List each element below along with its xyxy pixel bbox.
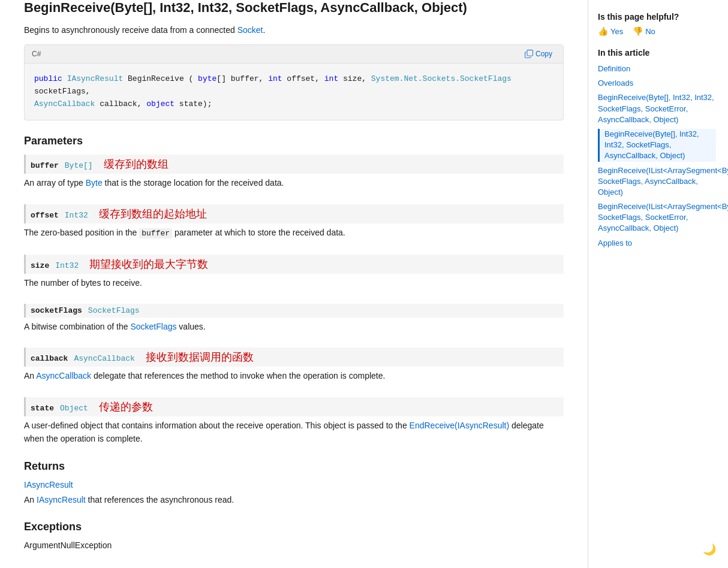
param-state: state Object 传递的参数 A user-defined object… — [24, 397, 564, 446]
param-buffer-annotation: 缓存到的数组 — [104, 157, 169, 171]
thumb-down-icon — [633, 26, 643, 36]
param-buffer: buffer Byte[] 缓存到的数组 An array of type By… — [24, 155, 564, 189]
code-language: C# — [32, 50, 41, 58]
returns-section: Returns IAsyncResult An IAsyncResult tha… — [24, 460, 564, 506]
method-name: BeginReceive — [128, 74, 188, 83]
helpful-buttons: Yes No — [598, 26, 716, 36]
param-state-type: Object — [60, 404, 88, 413]
param-state-desc: A user-defined object that contains info… — [24, 419, 564, 446]
sidebar: Is this page helpful? Yes No In this art… — [588, 0, 726, 568]
dark-mode-icon[interactable]: 🌙 — [703, 543, 716, 556]
returns-heading: Returns — [24, 460, 564, 473]
param-size-name: size — [31, 261, 49, 270]
param-offset-desc: The zero-based position in the buffer pa… — [24, 226, 564, 240]
code-block: C# Copy public IAsyncResult BeginReceive… — [24, 44, 564, 120]
toc-item-beginreceive3: BeginReceive(IList<ArraySegment<Byte>>, … — [598, 165, 716, 198]
iasyncresult-link[interactable]: IAsyncResult — [37, 495, 86, 504]
param-offset-header: offset Int32 缓存到数组的起始地址 — [24, 204, 564, 223]
main-content: BeginReceive(Byte[], Int32, Int32, Socke… — [0, 0, 588, 568]
code-body: public IAsyncResult BeginReceive ( byte[… — [25, 64, 563, 120]
asynccallback-link[interactable]: AsyncCallback — [36, 371, 91, 380]
in-article-section: In this article Definition Overloads Beg… — [598, 48, 716, 249]
param-offset-type: Int32 — [65, 211, 88, 220]
in-article-label: In this article — [598, 48, 716, 58]
toc-item-beginreceive2-active: BeginReceive(Byte[], Int32, Int32, Socke… — [598, 129, 716, 162]
param-size-header: size Int32 期望接收到的最大字节数 — [24, 255, 564, 274]
param-offset-name: offset — [31, 211, 59, 220]
helpful-label: Is this page helpful? — [598, 12, 716, 22]
param-socketflags-desc: A bitwise combination of the SocketFlags… — [24, 320, 564, 333]
param-callback-header: callback AsyncCallback 接收到数据调用的函数 — [24, 348, 564, 367]
toc-link-appliesto[interactable]: Applies to — [598, 238, 716, 249]
param-socketflags-header: socketFlags SocketFlags — [24, 304, 564, 318]
page-title: BeginReceive(Byte[], Int32, Int32, Socke… — [24, 0, 564, 16]
param-size-type: Int32 — [55, 261, 79, 270]
toc-link-beginreceive4[interactable]: BeginReceive(IList<ArraySegment<Byte>>, … — [598, 201, 716, 234]
thumb-up-icon — [598, 26, 608, 36]
param-socketflags: socketFlags SocketFlags A bitwise combin… — [24, 304, 564, 333]
param-size-desc: The number of bytes to receive. — [24, 276, 564, 289]
param-buffer-type: Byte[] — [65, 161, 93, 170]
toc-link-definition[interactable]: Definition — [598, 64, 716, 74]
intro-text: Begins to asynchronously receive data fr… — [24, 25, 564, 35]
toc-item-overloads: Overloads — [598, 78, 716, 89]
param-buffer-desc: An array of type Byte that is the storag… — [24, 176, 564, 189]
toc-item-beginreceive1: BeginReceive(Byte[], Int32, Int32, Socke… — [598, 92, 716, 125]
toc-link-beginreceive1[interactable]: BeginReceive(Byte[], Int32, Int32, Socke… — [598, 92, 716, 125]
param-callback-name: callback — [31, 354, 68, 363]
no-button[interactable]: No — [633, 26, 655, 36]
param-socketflags-name: socketFlags — [31, 306, 82, 315]
socket-link[interactable]: Socket — [237, 25, 263, 35]
param-callback-type: AsyncCallback — [74, 354, 134, 363]
returns-desc: An IAsyncResult that references the asyn… — [24, 493, 564, 506]
param-buffer-header: buffer Byte[] 缓存到的数组 — [24, 155, 564, 174]
toc-link-overloads[interactable]: Overloads — [598, 78, 716, 89]
param-state-name: state — [31, 404, 54, 413]
toc-item-appliesto: Applies to — [598, 238, 716, 249]
param-state-header: state Object 传递的参数 — [24, 397, 564, 416]
byte-link[interactable]: Byte — [86, 178, 103, 188]
exceptions-section: Exceptions ArgumentNullException — [24, 521, 564, 550]
param-callback-annotation: 接收到数据调用的函数 — [146, 350, 254, 364]
type-iasyncresult: IAsyncResult — [67, 74, 124, 83]
helpful-section: Is this page helpful? Yes No — [598, 12, 716, 36]
parameters-heading: Parameters — [24, 135, 564, 147]
toc-list: Definition Overloads BeginReceive(Byte[]… — [598, 64, 716, 249]
toc-link-beginreceive2[interactable]: BeginReceive(Byte[], Int32, Int32, Socke… — [604, 129, 716, 162]
param-size: size Int32 期望接收到的最大字节数 The number of byt… — [24, 255, 564, 289]
toc-item-definition: Definition — [598, 64, 716, 74]
param-callback-desc: An AsyncCallback delegate that reference… — [24, 369, 564, 382]
exceptions-heading: Exceptions — [24, 521, 564, 533]
first-exception: ArgumentNullException — [24, 540, 564, 550]
copy-button[interactable]: Copy — [521, 49, 556, 59]
kw-public: public — [34, 74, 62, 83]
endreceive-link[interactable]: EndReceive(IAsyncResult) — [410, 421, 510, 430]
param-offset: offset Int32 缓存到数组的起始地址 The zero-based p… — [24, 204, 564, 240]
returns-type-link[interactable]: IAsyncResult — [24, 480, 564, 490]
param-offset-annotation: 缓存到数组的起始地址 — [99, 207, 207, 221]
param-state-annotation: 传递的参数 — [99, 400, 153, 414]
socketflags-link[interactable]: SocketFlags — [130, 322, 176, 331]
param-buffer-name: buffer — [31, 161, 59, 170]
code-header: C# Copy — [25, 45, 563, 64]
toc-link-beginreceive3[interactable]: BeginReceive(IList<ArraySegment<Byte>>, … — [598, 165, 716, 198]
yes-button[interactable]: Yes — [598, 26, 623, 36]
toc-item-beginreceive4: BeginReceive(IList<ArraySegment<Byte>>, … — [598, 201, 716, 234]
param-size-annotation: 期望接收到的最大字节数 — [89, 257, 208, 271]
param-callback: callback AsyncCallback 接收到数据调用的函数 An Asy… — [24, 348, 564, 382]
param-socketflags-type: SocketFlags — [88, 306, 140, 315]
